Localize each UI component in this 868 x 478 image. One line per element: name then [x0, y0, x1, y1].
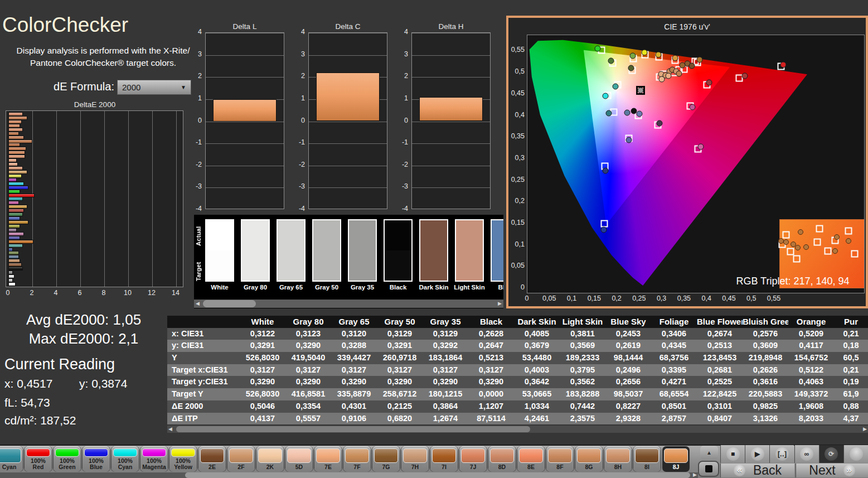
axis-tick-label: -3	[188, 182, 202, 190]
scroll-right-icon[interactable]: ▶	[498, 300, 502, 307]
patch-button-8e[interactable]: 8E	[517, 446, 545, 472]
reading-x: x: 0,4517	[4, 377, 52, 390]
inset-measured-point	[803, 244, 809, 250]
patch-button-7f[interactable]: 7F	[343, 446, 371, 472]
refresh-button[interactable]: ⟳	[819, 445, 843, 463]
patch-swatch	[200, 448, 224, 463]
patch-button-100-blue[interactable]: 100% Blue	[83, 446, 110, 472]
patch-button-8g[interactable]: 8G	[575, 446, 603, 472]
patch-button-2f[interactable]: 2F	[227, 446, 255, 472]
patch-swatch	[26, 448, 50, 457]
gridline	[309, 187, 387, 188]
swatch-actual	[420, 220, 447, 250]
inset-measured-point	[783, 239, 789, 245]
scroll-up-button[interactable]: ▲	[700, 446, 718, 460]
axis-tick-label: 0,2	[608, 294, 625, 302]
table-cell: 0,5046	[240, 400, 285, 413]
patch-button-7h[interactable]: 7H	[401, 446, 429, 472]
table-cell: 98,5037	[605, 388, 651, 400]
pattern-window-button[interactable]	[698, 461, 719, 477]
patch-button-cyan[interactable]: Cyan	[0, 446, 23, 472]
patch-button-100-yellow[interactable]: 100% Yellow	[169, 446, 197, 472]
patch-button-8i[interactable]: 8I	[633, 446, 661, 472]
patch-swatch	[432, 448, 456, 463]
patch-swatch	[606, 448, 630, 463]
patch-button-2e[interactable]: 2E	[198, 446, 226, 472]
de-formula-dropdown[interactable]: 2000 ▼	[117, 80, 191, 95]
patch-button-8h[interactable]: 8H	[604, 446, 632, 472]
axis-tick-label: 2	[395, 72, 408, 80]
delta-value-bar	[419, 97, 483, 122]
toolbar-scrollbar[interactable]: ▶	[0, 472, 698, 478]
play-button[interactable]: ▶	[745, 445, 769, 463]
scrollbar-thumb[interactable]	[203, 300, 256, 307]
table-cell: 149,3372	[788, 388, 834, 400]
axis-tick-label: 2	[292, 72, 305, 80]
next-button[interactable]: Next»	[796, 463, 868, 477]
column-header: Foliage	[651, 316, 697, 328]
table-cell: 0,3290	[240, 376, 285, 388]
table-cell: 0,3406	[651, 328, 697, 340]
infinity-button[interactable]: ∞	[794, 445, 819, 463]
inset-target-square	[813, 239, 821, 246]
results-table: WhiteGray 80Gray 65Gray 50Gray 35BlackDa…	[167, 316, 868, 424]
table-cell: 3,1326	[743, 413, 788, 425]
table-scrollbar[interactable]: ◀ ▶	[167, 426, 868, 433]
row-label: ΔE 2000	[167, 400, 240, 413]
swatch-target	[206, 250, 233, 281]
stop-button[interactable]: ■	[720, 445, 745, 463]
table-cell: 123,8453	[697, 352, 743, 364]
patch-button-7j[interactable]: 7J	[459, 446, 487, 472]
row-label: Target y:CIE31	[167, 376, 240, 388]
table-cell: 0,2513	[697, 340, 743, 352]
back-button[interactable]: «Back	[720, 463, 794, 477]
patch-button-100-red[interactable]: 100% Red	[25, 446, 52, 472]
table-cell: 0,0000	[468, 388, 514, 400]
scroll-left-icon[interactable]: ◀	[196, 300, 200, 307]
patch-button-8f[interactable]: 8F	[546, 446, 574, 472]
column-header: Pur	[834, 316, 868, 328]
scroll-right-icon[interactable]: ▶	[863, 425, 867, 433]
patch-label: 100% Blue	[84, 458, 108, 471]
next-label: Next	[809, 463, 835, 478]
patch-button-7g[interactable]: 7G	[372, 446, 400, 472]
blank-button[interactable]	[843, 445, 868, 463]
patch-button-2k[interactable]: 2K	[256, 446, 284, 472]
patch-label: 2K	[258, 464, 282, 471]
deltae-bar	[8, 205, 27, 209]
scroll-left-icon[interactable]: ◀	[168, 425, 172, 433]
patch-button-7i[interactable]: 7I	[430, 446, 458, 472]
patch-button-5d[interactable]: 5D	[285, 446, 313, 472]
axis-tick-label: 0,45	[720, 294, 738, 302]
patch-label: 5D	[287, 464, 311, 471]
patch-swatch	[142, 448, 166, 457]
patch-button-7e[interactable]: 7E	[314, 446, 342, 472]
play-button-icon: ▶	[751, 447, 764, 461]
table-cell: 0,2656	[605, 376, 651, 388]
table-cell: 0,3290	[331, 376, 377, 388]
row-label: x: CIE31	[167, 328, 240, 340]
table-cell: 0,3127	[423, 364, 468, 376]
swatch-strip-scrollbar[interactable]: ◀ ▶	[194, 300, 503, 308]
scrollbar-thumb[interactable]	[176, 426, 530, 432]
swatch-actual	[242, 220, 269, 250]
scrollbar-thumb[interactable]	[185, 472, 690, 478]
table-cell: 0,3642	[514, 376, 560, 388]
table-cell: 0,4117	[788, 340, 834, 352]
scroll-right-icon[interactable]: ▶	[693, 471, 697, 478]
loop-range-button[interactable]: [‥]	[769, 445, 794, 463]
patch-button-100-cyan[interactable]: 100% Cyan	[111, 446, 139, 472]
table-row: ΔE 20000,50460,33540,43010,21250,38641,1…	[167, 400, 868, 413]
deltae-bar-chart	[6, 110, 183, 287]
patch-label: 7I	[432, 464, 456, 471]
reading-y: y: 0,3874	[79, 377, 127, 390]
patch-button-100-magenta[interactable]: 100% Magenta	[140, 446, 168, 472]
axis-tick-label: -3	[395, 182, 408, 190]
patch-swatch	[345, 448, 369, 463]
patch-button-8d[interactable]: 8D	[488, 446, 516, 472]
patch-button-8j[interactable]: 8J	[662, 446, 690, 472]
refresh-button-icon: ⟳	[825, 447, 838, 461]
patch-label: 7G	[374, 464, 398, 471]
table-cell: 0,3679	[514, 340, 560, 352]
patch-button-100-green[interactable]: 100% Green	[54, 446, 81, 472]
